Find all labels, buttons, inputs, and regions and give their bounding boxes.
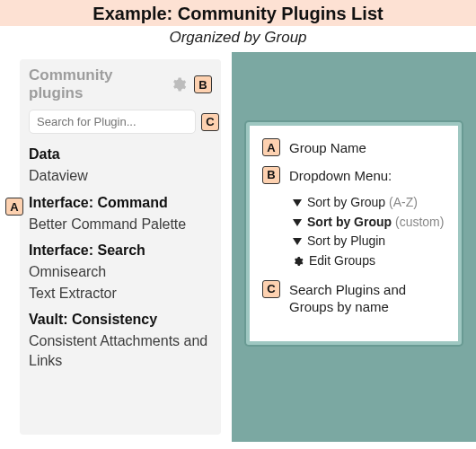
header-bar: Example: Community Plugins List (0, 0, 476, 26)
plugin-item[interactable]: Consistent Attachments and Links (29, 331, 212, 370)
legend-row-b: B Dropdown Menu: (262, 166, 445, 185)
gear-icon (293, 256, 304, 267)
plugin-item[interactable]: Dataview (29, 166, 212, 186)
chevron-down-icon (293, 199, 302, 207)
legend-card: A Group Name B Dropdown Menu: Sort by Gr… (246, 122, 462, 345)
legend-b-title: Dropdown Menu: (289, 166, 392, 185)
search-input[interactable] (29, 110, 196, 134)
dropdown-menu-list: Sort by Group (A-Z) Sort by Group (custo… (293, 193, 445, 271)
menu-item-sort-group-custom[interactable]: Sort by Group (custom) (293, 213, 445, 233)
search-row: C (29, 110, 212, 134)
legend-row-a: A Group Name (262, 138, 445, 157)
sidebar-header: Community plugins B (29, 66, 212, 102)
legend-row-c: C Search Plugins and Groups by name (262, 280, 445, 316)
plugin-item[interactable]: Text Extractor (29, 284, 212, 304)
annotation-badge-b: B (262, 166, 280, 184)
legend-c-text: Search Plugins and Groups by name (289, 280, 445, 316)
menu-item-edit-groups[interactable]: Edit Groups (293, 251, 445, 271)
page-subtitle: Organized by Group (0, 26, 476, 52)
annotation-badge-a: A (5, 198, 23, 216)
plugins-sidebar: Community plugins B C Data Dataview Inte… (20, 59, 221, 435)
plugin-item[interactable]: Omnisearch (29, 262, 212, 282)
gear-icon[interactable] (171, 76, 187, 92)
annotation-badge-b: B (194, 75, 212, 93)
group-name: Data (29, 146, 212, 163)
group-name: Interface: Search (29, 242, 212, 259)
legend-a-text: Group Name (289, 138, 366, 157)
menu-item-sort-plugin[interactable]: Sort by Plugin (293, 232, 445, 251)
sidebar-title: Community plugins (29, 66, 165, 102)
right-panel: A Group Name B Dropdown Menu: Sort by Gr… (232, 52, 476, 442)
annotation-badge-c: C (262, 280, 280, 298)
page-title: Example: Community Plugins List (0, 4, 476, 24)
annotation-badge-a: A (262, 138, 280, 156)
group-name: Interface: Command (29, 195, 212, 211)
chevron-down-icon (293, 219, 302, 226)
chevron-down-icon (293, 238, 302, 245)
plugin-item[interactable]: Better Command Palette (29, 215, 212, 234)
left-panel: A Community plugins B C Data Dataview In… (0, 52, 232, 442)
group-name: Vault: Consistency (29, 312, 212, 328)
menu-item-sort-group-az[interactable]: Sort by Group (A-Z) (293, 193, 445, 213)
content-area: A Community plugins B C Data Dataview In… (0, 52, 476, 442)
annotation-badge-c: C (201, 113, 219, 131)
